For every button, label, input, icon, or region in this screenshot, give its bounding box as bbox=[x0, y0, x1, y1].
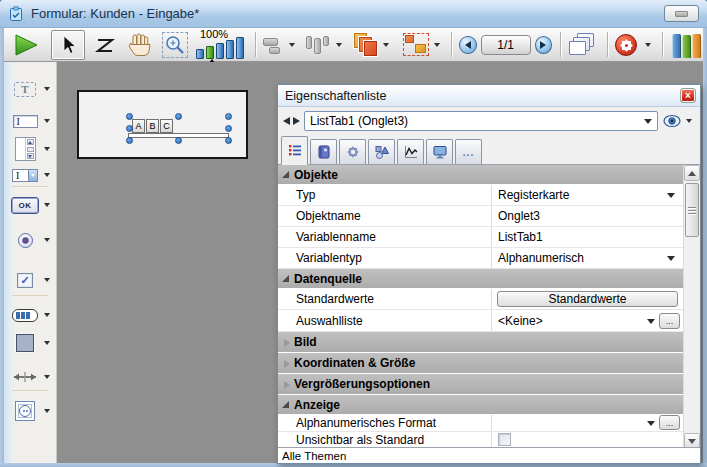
listbox-tool[interactable] bbox=[9, 134, 55, 164]
unsichtbar-checkbox[interactable] bbox=[498, 433, 511, 446]
previous-page-button[interactable] bbox=[459, 36, 476, 54]
property-value-dropdown[interactable]: Alphanumerisch bbox=[491, 248, 683, 268]
tab-order-tool-button[interactable] bbox=[91, 30, 118, 60]
minimize-button[interactable] bbox=[664, 5, 699, 22]
previous-object-icon[interactable] bbox=[283, 117, 290, 125]
scrollbar-thumb[interactable] bbox=[685, 183, 699, 237]
align-dropdown-arrow[interactable] bbox=[289, 43, 295, 47]
static-label-tool[interactable]: T bbox=[9, 76, 55, 102]
selection-handle-bottom-center[interactable] bbox=[175, 137, 182, 144]
object-selector-combobox[interactable]: ListTab1 (Onglet3) bbox=[304, 111, 658, 131]
tab-settings[interactable] bbox=[339, 139, 366, 164]
tab-more[interactable]: ... bbox=[455, 139, 482, 164]
zoom-tool-button[interactable] bbox=[159, 30, 190, 60]
tab-display[interactable] bbox=[426, 139, 453, 164]
section-koordinaten[interactable]: Koordinaten & Größe bbox=[278, 353, 683, 374]
zoom-level-control[interactable]: 100% bbox=[194, 28, 250, 62]
standardwerte-button[interactable]: Standardwerte bbox=[497, 291, 678, 307]
selection-handle-mid-left[interactable] bbox=[126, 125, 133, 132]
tab-notes[interactable] bbox=[310, 139, 337, 164]
properties-panel: Eigenschaftenliste × ListTab1 (Onglet3) bbox=[277, 84, 701, 464]
tab-ui-shapes[interactable] bbox=[368, 139, 395, 164]
property-value-dropdown[interactable]: <Keine> ... bbox=[491, 310, 683, 331]
tab-c[interactable]: C bbox=[160, 119, 173, 133]
edit-field-dropdown-arrow[interactable] bbox=[44, 119, 50, 123]
settings-dropdown-arrow[interactable] bbox=[645, 43, 651, 47]
section-anzeige[interactable]: Anzeige bbox=[278, 395, 683, 415]
selection-dropdown-arrow[interactable] bbox=[434, 43, 440, 47]
selection-handle-bottom-right[interactable] bbox=[225, 137, 232, 144]
close-button[interactable]: × bbox=[680, 88, 696, 103]
form-design-surface[interactable]: A B C bbox=[77, 90, 248, 159]
edit-field-tool[interactable]: I bbox=[9, 108, 55, 134]
layer-dropdown-arrow[interactable] bbox=[383, 43, 389, 47]
selection-handle-top-right[interactable] bbox=[225, 113, 232, 120]
radio-button-dropdown-arrow[interactable] bbox=[44, 238, 50, 242]
splitter-tool[interactable] bbox=[9, 364, 55, 390]
combobox-tool[interactable]: I bbox=[9, 162, 55, 188]
dropdown-arrow-icon bbox=[667, 256, 675, 261]
scroll-up-button[interactable] bbox=[684, 165, 700, 181]
section-vergroesserung[interactable]: Vergrößerungsoptionen bbox=[278, 374, 683, 395]
dropdown-arrow-icon bbox=[667, 193, 675, 198]
select-tool-button[interactable] bbox=[51, 30, 86, 60]
next-object-icon[interactable] bbox=[293, 117, 300, 125]
splitter-dropdown-arrow[interactable] bbox=[44, 375, 50, 379]
settings-button[interactable] bbox=[613, 30, 640, 60]
visibility-filter-button[interactable] bbox=[663, 114, 695, 128]
property-value-text[interactable]: Onglet3 bbox=[491, 206, 683, 226]
socket-dropdown-arrow[interactable] bbox=[44, 409, 50, 413]
layer-order-button[interactable] bbox=[352, 30, 381, 60]
selection-mode-button[interactable] bbox=[400, 30, 431, 60]
socket-control-tool[interactable] bbox=[9, 398, 55, 424]
properties-panel-titlebar[interactable]: Eigenschaftenliste × bbox=[278, 85, 700, 107]
stacked-pages-icon bbox=[568, 33, 598, 57]
distribute-controls-button[interactable] bbox=[304, 30, 333, 60]
listbox-dropdown-arrow[interactable] bbox=[44, 147, 50, 151]
section-objekte[interactable]: Objekte bbox=[278, 165, 683, 185]
tab-a[interactable]: A bbox=[132, 119, 145, 133]
window-titlebar[interactable]: Formular: Kunden - Eingabe* bbox=[0, 0, 707, 28]
panel-icon bbox=[16, 334, 34, 352]
tab-b[interactable]: B bbox=[146, 119, 159, 133]
books-icon bbox=[672, 32, 701, 58]
pan-tool-button[interactable] bbox=[124, 30, 155, 60]
section-bild[interactable]: Bild bbox=[278, 332, 683, 353]
run-test-button[interactable] bbox=[10, 30, 43, 60]
property-label: Objektname bbox=[278, 206, 491, 226]
property-value-dropdown[interactable]: Registerkarte bbox=[491, 185, 683, 205]
ellipsis-button[interactable]: ... bbox=[659, 415, 680, 430]
selection-handle-top-left[interactable] bbox=[126, 113, 133, 120]
static-label-dropdown-arrow[interactable] bbox=[44, 87, 50, 91]
window-list-button[interactable] bbox=[566, 30, 601, 60]
ok-button-dropdown-arrow[interactable] bbox=[44, 203, 50, 207]
property-row-unsichtbar: Unsichtbar als Standard bbox=[278, 432, 683, 448]
property-row-auswahlliste: Auswahlliste <Keine> ... bbox=[278, 310, 683, 332]
panel-tool[interactable] bbox=[9, 330, 55, 356]
property-grid-scrollbar[interactable] bbox=[683, 165, 700, 449]
property-value-text[interactable]: ListTab1 bbox=[491, 227, 683, 247]
selection-handle-bottom-left[interactable] bbox=[126, 137, 133, 144]
tab-chart[interactable] bbox=[397, 139, 424, 164]
selection-handle-top-center[interactable] bbox=[175, 113, 182, 120]
tab-details[interactable] bbox=[281, 136, 308, 165]
visibility-dropdown-arrow[interactable] bbox=[686, 119, 692, 123]
tab-control[interactable]: A B C bbox=[132, 119, 173, 133]
combobox-dropdown-arrow[interactable] bbox=[44, 173, 50, 177]
property-value-dropdown[interactable]: ... bbox=[491, 415, 683, 431]
distribute-dropdown-arrow[interactable] bbox=[336, 43, 342, 47]
next-page-button[interactable] bbox=[535, 36, 552, 54]
help-library-button[interactable] bbox=[668, 30, 703, 60]
section-datenquelle[interactable]: Datenquelle bbox=[278, 269, 683, 289]
progress-bar-dropdown-arrow[interactable] bbox=[44, 313, 50, 317]
progress-bar-tool[interactable] bbox=[9, 302, 55, 328]
ok-button-tool[interactable]: OK bbox=[9, 192, 55, 218]
checkbox-tool[interactable]: ✓ bbox=[9, 267, 55, 293]
ellipsis-button[interactable]: ... bbox=[659, 313, 680, 329]
selection-handle-mid-right[interactable] bbox=[225, 125, 232, 132]
checkbox-dropdown-arrow[interactable] bbox=[44, 278, 50, 282]
radio-button-tool[interactable] bbox=[9, 227, 55, 253]
align-controls-button[interactable] bbox=[261, 30, 286, 60]
panel-dropdown-arrow[interactable] bbox=[44, 341, 50, 345]
property-value-cell bbox=[491, 432, 683, 447]
